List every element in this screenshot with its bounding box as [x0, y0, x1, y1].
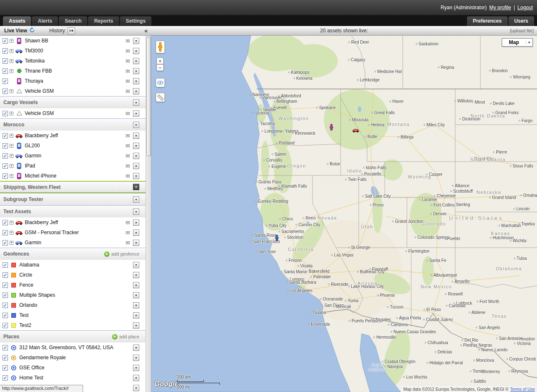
row-menu-button[interactable]: ▼	[133, 196, 139, 203]
message-icon[interactable]: ✉	[125, 78, 130, 84]
expand-toggle[interactable]: +	[10, 134, 13, 138]
tab-preferences[interactable]: Preferences	[467, 16, 508, 26]
checkbox[interactable]: ✓	[3, 230, 8, 235]
message-icon[interactable]: ✉	[125, 173, 130, 179]
checkbox[interactable]: ✓	[3, 78, 8, 84]
checkbox[interactable]: ✓	[3, 153, 8, 159]
checkbox[interactable]: ✓	[3, 303, 8, 308]
message-icon[interactable]: ✉	[125, 68, 130, 74]
checkbox[interactable]: ✓	[3, 38, 8, 44]
row-menu-button[interactable]: ▼	[133, 292, 139, 298]
group-header[interactable]: Test Assets▼	[0, 205, 146, 217]
expand-toggle[interactable]: +	[10, 39, 13, 43]
expand-toggle[interactable]: +	[10, 231, 13, 235]
add-link[interactable]: +add geofence	[104, 251, 139, 257]
asset-marker-person-blue[interactable]	[274, 235, 279, 243]
row-menu-button[interactable]: ▼	[133, 133, 139, 139]
row-menu-button[interactable]: ▼	[133, 240, 139, 246]
row-menu-button[interactable]: ▼	[133, 209, 139, 215]
scrollbar-thumb[interactable]	[146, 37, 151, 156]
message-icon[interactable]: ✉	[125, 38, 130, 44]
group-header[interactable]: Shipping, Western Fleet▼	[0, 181, 146, 193]
row-menu-button[interactable]: ▼	[133, 322, 139, 329]
add-link[interactable]: +add place	[112, 334, 139, 340]
row-menu-button[interactable]: ▼	[133, 375, 139, 381]
message-icon[interactable]: ✉	[125, 143, 130, 149]
checkbox[interactable]: ✓	[3, 163, 8, 169]
row-menu-button[interactable]: ▼	[133, 312, 139, 319]
row-menu-button[interactable]: ▼	[133, 345, 139, 351]
row-menu-button[interactable]: ▼	[133, 272, 139, 278]
group-header[interactable]: Subgroup Tester▼	[0, 193, 146, 205]
row-menu-button[interactable]: ▼	[133, 385, 139, 391]
row-menu-button[interactable]: ▼	[133, 88, 139, 94]
checkbox[interactable]: ✓	[3, 262, 8, 268]
tab-search[interactable]: Search	[59, 16, 87, 26]
zoom-in-button[interactable]: +	[156, 57, 164, 64]
message-icon[interactable]: ✉	[125, 163, 130, 169]
checkbox[interactable]: ✓	[3, 272, 8, 278]
history-step-button[interactable]	[68, 27, 75, 34]
group-header[interactable]: Cargo Vessels▼	[0, 96, 146, 108]
logout-link[interactable]: Logout	[517, 5, 533, 10]
checkbox[interactable]: ✓	[3, 365, 8, 371]
message-icon[interactable]: ✉	[125, 230, 130, 235]
pegman-control[interactable]	[156, 41, 165, 53]
tab-settings[interactable]: Settings	[120, 16, 151, 26]
checkbox[interactable]: ✓	[3, 240, 8, 246]
checkbox[interactable]: ✓	[3, 58, 8, 64]
checkbox[interactable]: ✓	[3, 355, 8, 361]
row-menu-button[interactable]: ▼	[133, 163, 139, 169]
asset-marker-person-purple[interactable]	[329, 124, 334, 132]
row-menu-button[interactable]: ▼	[133, 302, 139, 308]
row-menu-button[interactable]: ▼	[133, 173, 139, 179]
asset-marker-car-red[interactable]	[352, 127, 360, 135]
tab-assets[interactable]: Assets	[3, 16, 31, 26]
ruler-measure-button[interactable]	[156, 93, 165, 102]
refresh-icon[interactable]	[29, 27, 35, 34]
row-menu-button[interactable]: ▼	[133, 78, 139, 84]
row-menu-button[interactable]: ▼	[133, 110, 139, 117]
row-menu-button[interactable]: ▼	[133, 365, 139, 371]
checkbox[interactable]: ✓	[3, 282, 8, 288]
tab-alerts[interactable]: Alerts	[32, 16, 58, 26]
row-menu-button[interactable]: ▼	[133, 184, 139, 190]
checkbox[interactable]: ✓	[3, 220, 8, 225]
checkbox[interactable]: ✓	[3, 173, 8, 179]
row-menu-button[interactable]: ▼	[133, 262, 139, 268]
message-icon[interactable]: ✉	[125, 58, 130, 64]
message-icon[interactable]: ✉	[125, 220, 130, 225]
row-menu-button[interactable]: ▼	[133, 282, 139, 288]
tab-reports[interactable]: Reports	[88, 16, 119, 26]
eye-visibility-button[interactable]	[156, 78, 165, 87]
row-menu-button[interactable]: ▼	[133, 99, 139, 106]
expand-toggle[interactable]: +	[10, 112, 13, 115]
checkbox[interactable]: ✓	[3, 48, 8, 54]
message-icon[interactable]: ✉	[125, 111, 130, 116]
checkbox[interactable]: ✓	[3, 133, 8, 139]
expand-toggle[interactable]: +	[10, 59, 13, 63]
checkbox[interactable]: ✓	[3, 89, 8, 94]
message-icon[interactable]: ✉	[125, 133, 130, 139]
my-profile-link[interactable]: My profile	[489, 5, 511, 10]
message-icon[interactable]: ✉	[125, 153, 130, 159]
upload-file-link[interactable]: [upload file]	[510, 28, 534, 33]
message-icon[interactable]: ✉	[125, 89, 130, 94]
expand-toggle[interactable]: +	[10, 221, 13, 225]
message-icon[interactable]: ✉	[125, 48, 130, 54]
checkbox[interactable]: ✓	[3, 375, 8, 381]
group-header[interactable]: Morocco▼	[0, 118, 146, 131]
row-menu-button[interactable]: ▼	[133, 220, 139, 226]
row-menu-button[interactable]: ▼	[133, 230, 139, 236]
zoom-out-button[interactable]: −	[156, 64, 164, 71]
map-canvas[interactable]: Red DeerCalgarySaskatoonReginaBrandonWin…	[151, 36, 537, 392]
row-menu-button[interactable]: ▼	[133, 143, 139, 149]
sidebar-scrollbar[interactable]	[146, 36, 151, 392]
terms-of-use-link[interactable]: Terms of Use	[510, 387, 535, 392]
expand-toggle[interactable]: +	[10, 164, 13, 168]
checkbox[interactable]: ✓	[3, 313, 8, 318]
map-type-selector[interactable]: Map ▼	[502, 38, 533, 47]
checkbox[interactable]: ✓	[3, 323, 8, 328]
message-icon[interactable]: ✉	[125, 240, 130, 246]
expand-toggle[interactable]: +	[10, 241, 13, 245]
